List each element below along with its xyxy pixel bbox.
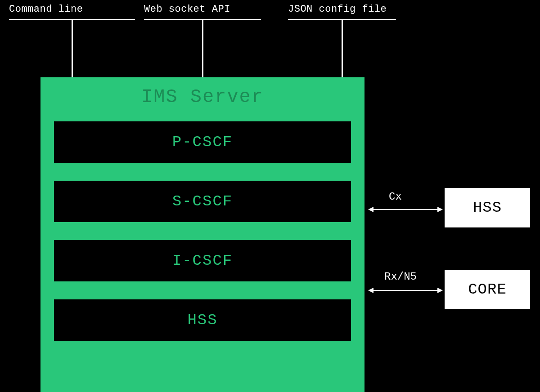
module-s-cscf: S-CSCF: [54, 181, 351, 222]
label-command-line: Command line: [9, 4, 83, 15]
external-core-box: CORE: [445, 270, 530, 309]
svg-marker-2: [437, 207, 443, 212]
connector-json-config: [288, 19, 396, 82]
svg-marker-4: [368, 288, 374, 293]
label-cx: Cx: [389, 191, 402, 203]
module-p-cscf: P-CSCF: [54, 121, 351, 163]
external-core-label: CORE: [468, 281, 507, 298]
arrow-rx-n5: [368, 286, 443, 295]
svg-marker-5: [437, 288, 443, 293]
connector-command-line: [9, 19, 135, 82]
arrow-cx: [368, 205, 443, 214]
external-hss-box: HSS: [445, 188, 530, 227]
label-rx-n5: Rx/N5: [384, 271, 417, 283]
label-web-socket-api: Web socket API: [144, 4, 230, 15]
external-hss-label: HSS: [473, 199, 502, 216]
ims-server-title: IMS Server: [40, 86, 364, 108]
connector-web-socket-api: [144, 19, 261, 82]
svg-marker-1: [368, 207, 374, 212]
module-hss: HSS: [54, 299, 351, 341]
diagram-canvas: Command line Web socket API JSON config …: [0, 0, 540, 392]
label-json-config: JSON config file: [288, 4, 387, 15]
module-i-cscf: I-CSCF: [54, 240, 351, 281]
ims-server-box: IMS Server P-CSCF S-CSCF I-CSCF HSS: [40, 77, 364, 392]
